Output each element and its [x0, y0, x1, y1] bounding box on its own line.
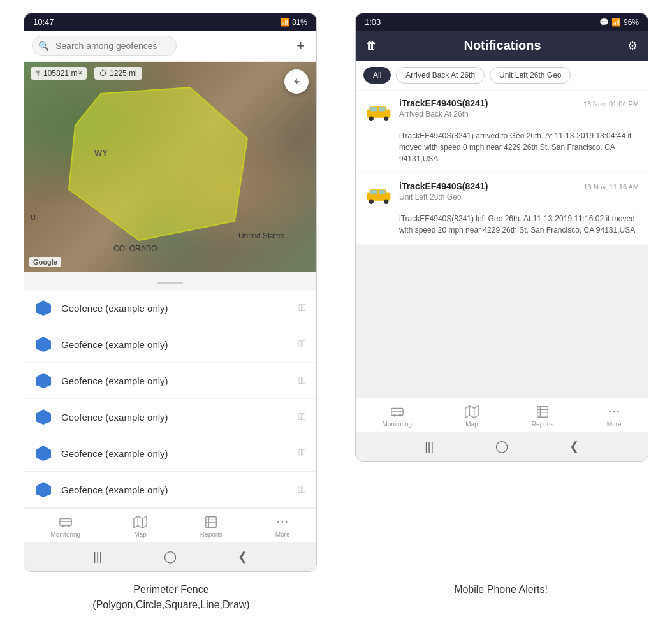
nav-map-right[interactable]: Map — [465, 405, 479, 428]
right-caption: Mobile Phone Alerts! — [355, 582, 646, 613]
geofence-label: Geofence (example only) — [61, 484, 289, 495]
left-battery: 81% — [292, 18, 307, 27]
left-status-bar: 10:47 📶 81% — [24, 13, 316, 31]
geofence-label: Geofence (example only) — [61, 412, 289, 423]
svg-rect-32 — [379, 190, 385, 194]
svg-point-44 — [609, 411, 611, 413]
geofence-item[interactable]: Geofence (example only) 👁⃠ — [24, 399, 316, 435]
eye-slash-icon[interactable]: 👁⃠ — [298, 375, 306, 386]
area-stat: ☦ 105821 mi² — [31, 67, 87, 80]
right-system-nav: ||| ◯ ❮ — [356, 432, 648, 461]
car-icon — [365, 103, 393, 122]
trash-icon[interactable]: 🗑 — [366, 39, 377, 52]
geofence-icon — [34, 335, 52, 353]
svg-point-46 — [617, 411, 619, 413]
geofence-icon — [34, 299, 52, 317]
wifi-icon: 📶 — [280, 18, 289, 27]
captions-row: Perimeter Fence(Polygon,Circle,Square,Li… — [0, 572, 672, 625]
nav-reports-label: Reports — [200, 531, 223, 538]
reports-icon — [536, 405, 550, 419]
nav-more-label: More — [607, 421, 622, 428]
geofence-item[interactable]: Geofence (example only) 👁⃠ — [24, 326, 316, 363]
notifications-list: iTrackEF4940S(8241) 13 Nov, 01:04 PM Arr… — [356, 91, 648, 398]
map-label-us: United States — [238, 231, 284, 240]
nav-monitoring[interactable]: Monitoring — [50, 515, 80, 538]
filter-all[interactable]: All — [363, 67, 391, 84]
svg-point-35 — [399, 414, 401, 416]
geofence-icon — [34, 444, 52, 462]
filter-arrived[interactable]: Arrived Back At 26th — [396, 67, 485, 84]
svg-rect-40 — [537, 407, 548, 418]
right-caption-text: Mobile Phone Alerts! — [454, 584, 548, 595]
search-input[interactable] — [32, 36, 177, 56]
svg-rect-14 — [206, 517, 217, 528]
reports-icon — [204, 515, 218, 529]
left-time: 10:47 — [33, 17, 54, 27]
left-caption-text: Perimeter Fence(Polygon,Circle,Square,Li… — [92, 584, 249, 610]
nav-map[interactable]: Map — [133, 515, 147, 538]
svg-rect-31 — [370, 190, 377, 194]
geofence-item[interactable]: Geofence (example only) 👁⃠ — [24, 363, 316, 399]
geofence-item[interactable]: Geofence (example only) 👁⃠ — [24, 472, 316, 508]
right-back-button[interactable]: ❮ — [569, 439, 579, 453]
recent-apps-button[interactable]: ||| — [93, 550, 102, 564]
notification-device-row: iTrackEF4940S(8241) 13 Nov, 01:04 PM — [399, 98, 639, 108]
filter-bar: All Arrived Back At 26th Unit Left 26th … — [356, 61, 648, 91]
right-recent-apps-button[interactable]: ||| — [425, 440, 434, 453]
car-icon — [365, 186, 393, 205]
google-logo: Google — [29, 257, 61, 267]
notification-device: iTrackEF4940S(8241) — [399, 181, 488, 191]
map-area[interactable]: ☦ 105821 mi² ⏱ 1225 mi WY United States … — [24, 62, 316, 272]
nav-reports[interactable]: Reports — [200, 515, 223, 538]
back-button[interactable]: ❮ — [238, 549, 247, 564]
geofence-label: Geofence (example only) — [61, 303, 289, 314]
notification-device: iTrackEF4940S(8241) — [399, 98, 488, 108]
bottom-nav: Monitoring Map Reports More — [24, 508, 316, 542]
right-phone: 1:03 💬 📶 96% 🗑 Notifications ⚙ All Arriv… — [355, 13, 648, 462]
more-icon — [275, 515, 289, 529]
filter-left[interactable]: Unit Left 26th Geo — [490, 67, 571, 84]
nav-more[interactable]: More — [275, 515, 290, 538]
notifications-header: 🗑 Notifications ⚙ — [356, 31, 648, 61]
system-nav: ||| ◯ ❮ — [24, 542, 316, 571]
notifications-empty-area — [356, 245, 648, 398]
add-geofence-button[interactable]: + — [293, 36, 309, 55]
geofence-item[interactable]: Geofence (example only) 👁⃠ — [24, 435, 316, 472]
navigation-button[interactable]: ⌖ — [284, 69, 309, 94]
settings-icon[interactable]: ⚙ — [627, 39, 638, 53]
bus-icon — [59, 515, 73, 529]
right-battery: 96% — [624, 18, 639, 27]
nav-reports-right[interactable]: Reports — [532, 405, 554, 428]
notification-item[interactable]: iTrackEF4940S(8241) 13 Nov, 11:16 AM Uni… — [356, 173, 648, 244]
svg-marker-1 — [36, 300, 51, 316]
eye-slash-icon[interactable]: 👁⃠ — [298, 447, 306, 459]
nav-map-label: Map — [134, 531, 146, 538]
bus-icon — [390, 405, 404, 419]
geofence-label: Geofence (example only) — [61, 375, 289, 386]
svg-point-20 — [286, 521, 288, 523]
notification-body: iTrackEF4940S(8241) left Geo 26th. At 11… — [399, 213, 639, 236]
eye-slash-icon[interactable]: 👁⃠ — [298, 338, 306, 350]
geofence-item[interactable]: Geofence (example only) 👁⃠ — [24, 290, 316, 326]
notification-time: 13 Nov, 11:16 AM — [583, 183, 639, 191]
home-button[interactable]: ◯ — [164, 549, 177, 564]
right-bottom-nav: Monitoring Map Reports More — [356, 398, 648, 432]
eye-slash-icon[interactable]: 👁⃠ — [298, 411, 306, 423]
notifications-title: Notifications — [464, 38, 541, 53]
eye-slash-icon[interactable]: 👁⃠ — [298, 484, 306, 495]
right-home-button[interactable]: ◯ — [495, 439, 508, 453]
svg-point-45 — [613, 411, 615, 413]
svg-rect-25 — [370, 107, 377, 112]
nav-more-right[interactable]: More — [607, 405, 622, 428]
notification-event: Arrived Back At 26th — [399, 110, 639, 119]
nav-monitoring-right[interactable]: Monitoring — [382, 405, 412, 428]
svg-marker-6 — [36, 482, 51, 497]
eye-slash-icon[interactable]: 👁⃠ — [298, 302, 306, 314]
svg-point-30 — [384, 200, 388, 204]
geofence-icon — [34, 372, 52, 389]
notification-item[interactable]: iTrackEF4940S(8241) 13 Nov, 01:04 PM Arr… — [356, 91, 648, 172]
svg-point-18 — [277, 521, 279, 523]
notification-body: iTrackEF4940S(8241) arrived to Geo 26th.… — [399, 130, 639, 164]
dist-value: 1225 mi — [110, 69, 137, 78]
notification-header: iTrackEF4940S(8241) 13 Nov, 11:16 AM Uni… — [365, 181, 639, 209]
